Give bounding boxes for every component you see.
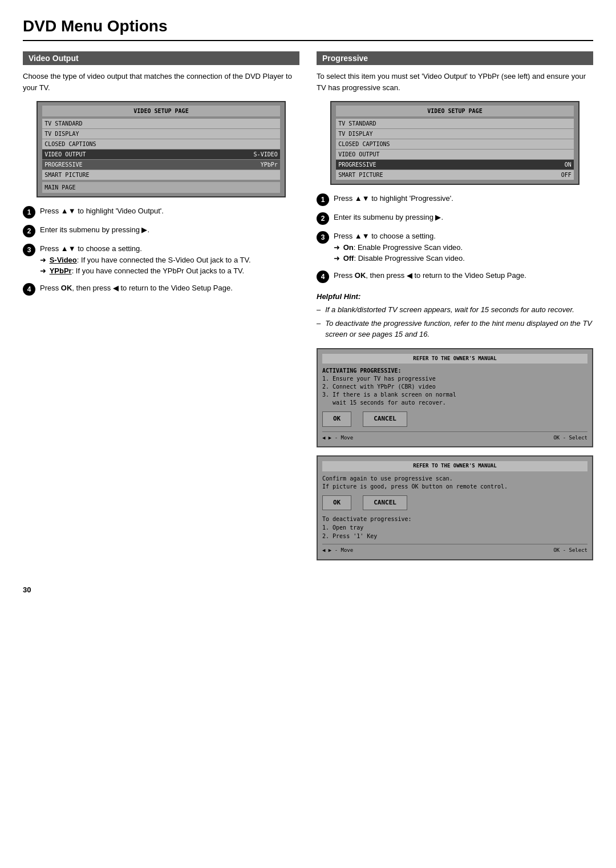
os2-ok-button[interactable]: OK xyxy=(322,495,351,511)
os1-line-3: 2. Connect with YPbPr (CBR) video xyxy=(322,383,587,391)
hint-line-1: – If a blank/distorted TV screen appears… xyxy=(317,304,593,316)
prog-menu-tv-standard: TV STANDARD xyxy=(336,119,574,128)
vo-step-4: 4 Press OK, then press ◀ to return to th… xyxy=(23,282,299,296)
page-number: 30 xyxy=(23,586,593,594)
prog-menu-title: VIDEO SETUP PAGE xyxy=(336,106,574,116)
prog-step-text-4: Press OK, then press ◀ to return to the … xyxy=(334,270,593,281)
os1-body: ACTIVATING PROGRESSIVE: 1. Ensure your T… xyxy=(322,367,587,407)
vo-menu-footer: MAIN PAGE xyxy=(42,182,280,193)
os2-deact-line-3: 2. Press '1' Key xyxy=(322,532,587,540)
os2-cancel-button[interactable]: CANCEL xyxy=(363,495,407,511)
step-text-4: Press OK, then press ◀ to return to the … xyxy=(40,282,299,294)
vo-step-3: 3 Press ▲▼ to choose a setting. ➜ S-Vide… xyxy=(23,243,299,277)
step-text-2: Enter its submenu by pressing ▶. xyxy=(40,224,299,236)
os2-line-2: If picture is good, press OK button on r… xyxy=(322,483,587,491)
prog-step-num-2: 2 xyxy=(317,212,329,225)
hint-dash-1: – xyxy=(317,304,321,316)
video-output-header: Video Output xyxy=(23,51,299,65)
os1-footer: ◀ ▶ - Move OK - Select xyxy=(322,431,587,442)
prog-step-2: 2 Enter its submenu by pressing ▶. xyxy=(317,212,593,225)
menu-item-closed-captions: CLOSED CAPTIONS xyxy=(42,139,280,149)
prog-menu-closed-captions: CLOSED CAPTIONS xyxy=(336,139,574,149)
prog-step-text-1: Press ▲▼ to highlight 'Progressive'. xyxy=(334,193,593,204)
prog-menu-progressive: PROGRESSIVEON xyxy=(336,160,574,169)
video-output-section: Video Output Choose the type of video ou… xyxy=(23,51,299,568)
prog-step-text-3: Press ▲▼ to choose a setting. ➜ On: Enab… xyxy=(334,231,593,264)
step-text-1: Press ▲▼ to highlight 'Video Output'. xyxy=(40,205,299,217)
step-text-3: Press ▲▼ to choose a setting. ➜ S-Video:… xyxy=(40,243,299,277)
step-num-2: 2 xyxy=(23,225,35,237)
os1-line-1: ACTIVATING PROGRESSIVE: xyxy=(322,367,587,375)
progressive-menu-screen: VIDEO SETUP PAGE TV STANDARD TV DISPLAY … xyxy=(330,101,579,185)
owners-screen-1: REFER TO THE OWNER'S MANUAL ACTIVATING P… xyxy=(317,348,593,448)
os1-footer-left: ◀ ▶ - Move xyxy=(322,434,353,442)
menu-item-tv-standard: TV STANDARD xyxy=(42,119,280,128)
hint-text-2: To deactivate the progressive function, … xyxy=(325,318,593,340)
os1-line-2: 1. Ensure your TV has progressive xyxy=(322,375,587,383)
prog-menu-video-output: VIDEO OUTPUT xyxy=(336,150,574,159)
step-num-1: 1 xyxy=(23,206,35,219)
os1-ok-button[interactable]: OK xyxy=(322,411,351,427)
prog-step-4: 4 Press OK, then press ◀ to return to th… xyxy=(317,270,593,283)
prog-menu-smart-picture: SMART PICTUREOFF xyxy=(336,170,574,180)
progressive-section: Progressive To select this item you must… xyxy=(317,51,593,568)
video-output-intro: Choose the type of video output that mat… xyxy=(23,71,299,93)
progressive-intro: To select this item you must set 'Video … xyxy=(317,71,593,93)
hint-title: Helpful Hint: xyxy=(317,291,593,302)
os1-cancel-button[interactable]: CANCEL xyxy=(363,411,407,427)
os2-buttons: OK CANCEL xyxy=(322,495,587,511)
os1-line-5: wait 15 seconds for auto recover. xyxy=(322,399,587,407)
step-num-4: 4 xyxy=(23,283,35,296)
vo-step-1: 1 Press ▲▼ to highlight 'Video Output'. xyxy=(23,205,299,219)
helpful-hint-box: Helpful Hint: – If a blank/distorted TV … xyxy=(317,291,593,340)
os2-body: Confirm again to use progressive scan. I… xyxy=(322,475,587,491)
hint-text-1: If a blank/distorted TV screen appears, … xyxy=(325,304,574,316)
os1-line-4: 3. If there is a blank screen on normal xyxy=(322,391,587,399)
menu-item-smart-picture: SMART PICTURE xyxy=(42,170,280,180)
os1-title: REFER TO THE OWNER'S MANUAL xyxy=(322,354,587,364)
prog-step-3: 3 Press ▲▼ to choose a setting. ➜ On: En… xyxy=(317,231,593,264)
video-output-menu-screen: VIDEO SETUP PAGE TV STANDARD TV DISPLAY … xyxy=(37,101,286,197)
vo-menu-title: VIDEO SETUP PAGE xyxy=(42,106,280,116)
prog-step-num-1: 1 xyxy=(317,193,329,206)
os1-buttons: OK CANCEL xyxy=(322,411,587,427)
progressive-header: Progressive xyxy=(317,51,593,65)
prog-step-num-4: 4 xyxy=(317,271,329,283)
os2-line-1: Confirm again to use progressive scan. xyxy=(322,475,587,483)
prog-menu-tv-display: TV DISPLAY xyxy=(336,129,574,139)
os2-deact-line-2: 1. Open tray xyxy=(322,523,587,532)
menu-item-tv-display: TV DISPLAY xyxy=(42,129,280,139)
prog-step-text-2: Enter its submenu by pressing ▶. xyxy=(334,212,593,223)
hint-dash-2: – xyxy=(317,318,321,340)
menu-item-progressive: PROGRESSIVEYPbPr xyxy=(42,160,280,169)
os2-title: REFER TO THE OWNER'S MANUAL xyxy=(322,461,587,471)
vo-step-2: 2 Enter its submenu by pressing ▶. xyxy=(23,224,299,237)
prog-step-num-3: 3 xyxy=(317,231,329,244)
hint-line-2: – To deactivate the progressive function… xyxy=(317,318,593,340)
os2-footer-right: OK - Select xyxy=(553,547,587,555)
step-num-3: 3 xyxy=(23,244,35,256)
os2-deactivate: To deactivate progressive: 1. Open tray … xyxy=(322,515,587,540)
page-title: DVD Menu Options xyxy=(23,17,593,41)
os2-footer-left: ◀ ▶ - Move xyxy=(322,547,353,555)
prog-step-1: 1 Press ▲▼ to highlight 'Progressive'. xyxy=(317,193,593,206)
os1-footer-right: OK - Select xyxy=(553,434,587,442)
menu-item-video-output: VIDEO OUTPUTS-VIDEO xyxy=(42,150,280,159)
os2-deact-line-1: To deactivate progressive: xyxy=(322,515,587,523)
os2-footer: ◀ ▶ - Move OK - Select xyxy=(322,544,587,555)
owners-screen-2: REFER TO THE OWNER'S MANUAL Confirm agai… xyxy=(317,455,593,560)
